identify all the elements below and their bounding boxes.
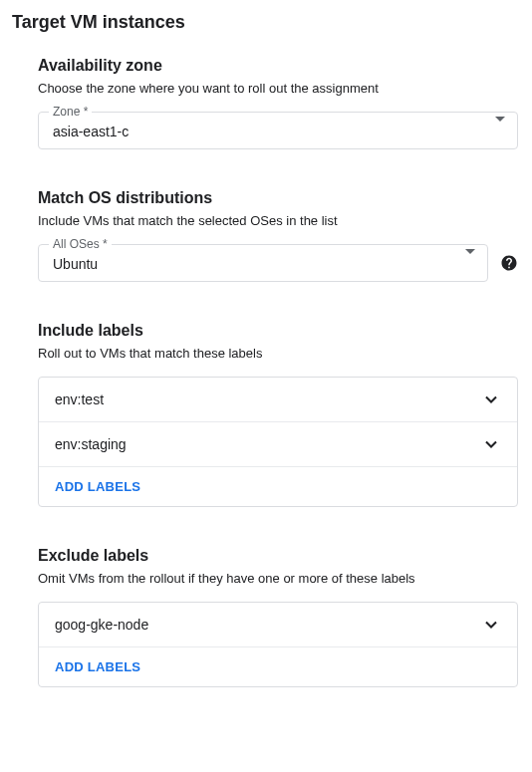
include-labels-box: env:test env:staging ADD LABELS [38,377,518,507]
os-select[interactable]: All OSes * Ubuntu [38,244,488,282]
chevron-down-icon [481,615,501,635]
section-exclude-labels: Exclude labels Omit VMs from the rollout… [38,547,518,687]
page-title: Target VM instances [10,12,522,33]
label-item[interactable]: goog-gke-node [39,603,517,647]
label-item-text: env:test [55,391,104,407]
zone-select-label: Zone * [49,105,92,119]
availability-zone-desc: Choose the zone where you want to roll o… [38,81,518,96]
section-match-os: Match OS distributions Include VMs that … [38,189,518,282]
section-include-labels: Include labels Roll out to VMs that matc… [38,322,518,507]
include-labels-desc: Roll out to VMs that match these labels [38,346,518,361]
label-item-text: env:staging [55,436,127,452]
exclude-labels-heading: Exclude labels [38,547,518,565]
os-select-label: All OSes * [49,237,112,251]
label-item[interactable]: env:staging [39,422,517,467]
match-os-desc: Include VMs that match the selected OSes… [38,213,518,228]
include-labels-heading: Include labels [38,322,518,340]
label-item-text: goog-gke-node [55,617,148,633]
label-item[interactable]: env:test [39,378,517,422]
dropdown-arrow-icon [495,122,505,139]
add-include-labels-button[interactable]: ADD LABELS [39,467,517,506]
add-exclude-labels-button[interactable]: ADD LABELS [39,647,517,686]
os-select-value: Ubuntu [53,256,98,272]
dropdown-arrow-icon [465,254,475,272]
help-icon[interactable] [500,254,518,272]
availability-zone-heading: Availability zone [38,57,518,75]
exclude-labels-desc: Omit VMs from the rollout if they have o… [38,571,518,586]
exclude-labels-box: goog-gke-node ADD LABELS [38,602,518,687]
chevron-down-icon [481,389,501,409]
match-os-heading: Match OS distributions [38,189,518,207]
zone-select-value: asia-east1-c [53,124,129,139]
zone-select[interactable]: Zone * asia-east1-c [38,112,518,149]
chevron-down-icon [481,434,501,454]
section-availability-zone: Availability zone Choose the zone where … [38,57,518,149]
